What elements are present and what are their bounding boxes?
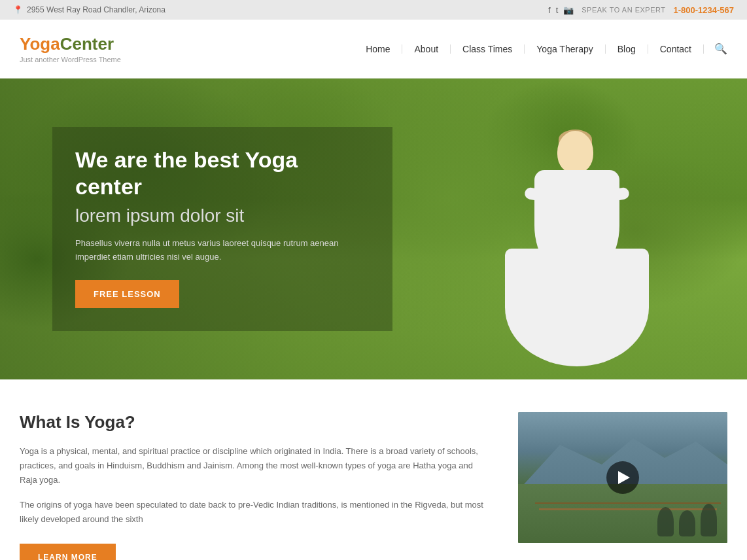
hero-text-box: We are the best Yoga center lorem ipsum … <box>52 127 392 330</box>
location-pin-icon: 📍 <box>13 5 23 14</box>
yoga-info: What Is Yoga? Yoga is a physical, mental… <box>20 412 485 560</box>
facebook-icon[interactable]: f <box>548 5 551 15</box>
topbar: 📍 2955 West Ray Road Chandler, Arizona f… <box>0 0 747 20</box>
topbar-address: 📍 2955 West Ray Road Chandler, Arizona <box>13 5 165 14</box>
learn-more-button[interactable]: LEARN MORE <box>20 544 116 560</box>
free-lesson-button[interactable]: FREE LESSON <box>75 280 179 308</box>
nav-class-times[interactable]: Class Times <box>451 44 525 54</box>
yoga-figure <box>485 118 669 379</box>
video-thumbnail[interactable] <box>518 412 727 543</box>
yoga-paragraph-2: The origins of yoga have been speculated… <box>20 498 485 527</box>
nav-contact[interactable]: Contact <box>648 44 704 54</box>
hero-section: We are the best Yoga center lorem ipsum … <box>0 79 747 379</box>
logo-tagline: Just another WordPress Theme <box>20 56 121 63</box>
phone-number[interactable]: 1-800-1234-567 <box>673 5 734 15</box>
logo[interactable]: YogaCenter Just another WordPress Theme <box>20 34 121 63</box>
header: YogaCenter Just another WordPress Theme … <box>0 20 747 79</box>
what-is-yoga-title: What Is Yoga? <box>20 412 485 432</box>
logo-text: YogaCenter <box>20 34 121 54</box>
search-icon[interactable]: 🔍 <box>704 43 727 55</box>
logo-yoga: Yoga <box>20 34 60 54</box>
video-section <box>518 412 727 543</box>
hero-subtitle: lorem ipsum dolor sit <box>75 205 370 226</box>
hero-title: We are the best Yoga center <box>75 147 370 200</box>
hero-description: Phasellus viverra nulla ut metus varius … <box>75 237 370 264</box>
nav-home[interactable]: Home <box>354 44 402 54</box>
address-text: 2955 West Ray Road Chandler, Arizona <box>27 5 165 14</box>
person-2 <box>679 510 695 536</box>
figure-head <box>557 131 593 173</box>
nav-about[interactable]: About <box>402 44 451 54</box>
twitter-icon[interactable]: t <box>556 5 559 15</box>
content-section: What Is Yoga? Yoga is a physical, mental… <box>0 379 747 560</box>
video-play-button[interactable] <box>606 461 639 494</box>
video-people <box>657 504 717 536</box>
figure-dress <box>505 249 649 366</box>
main-nav: Home About Class Times Yoga Therapy Blog… <box>354 43 727 55</box>
instagram-icon[interactable]: 📷 <box>563 5 574 15</box>
topbar-right: f t 📷 SPEAK TO AN EXPERT 1-800-1234-567 <box>548 5 734 15</box>
nav-yoga-therapy[interactable]: Yoga Therapy <box>525 44 605 54</box>
nav-blog[interactable]: Blog <box>606 44 648 54</box>
play-icon <box>618 471 630 484</box>
person-3 <box>701 504 717 536</box>
person-1 <box>657 507 674 536</box>
yoga-paragraph-1: Yoga is a physical, mental, and spiritua… <box>20 444 485 487</box>
social-icons: f t 📷 <box>548 5 574 15</box>
speak-label: SPEAK TO AN EXPERT <box>582 6 665 14</box>
logo-center: Center <box>60 34 114 54</box>
